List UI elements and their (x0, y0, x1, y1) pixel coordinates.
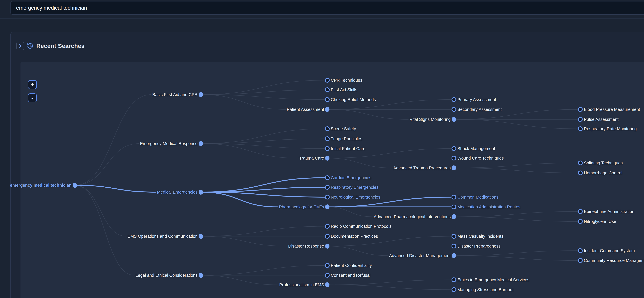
node-circle-fas[interactable] (325, 88, 329, 92)
node-circle-ipc[interactable] (325, 147, 329, 151)
node-dot-adm[interactable] (452, 253, 456, 258)
node-dot-ems[interactable] (198, 234, 203, 239)
node-label-pulse[interactable]: Pulse Assessment (584, 116, 618, 122)
node-dot-dr[interactable] (325, 244, 330, 249)
node-dot-legal[interactable] (198, 273, 203, 278)
node-circle-rrm[interactable] (578, 127, 582, 131)
node-label-nitro[interactable]: Nitroglycerin Use (584, 218, 616, 225)
recent-searches-header: Recent Searches (16, 42, 84, 50)
node-label-root[interactable]: emergency medical technician (10, 182, 72, 188)
node-label-atp[interactable]: Advanced Trauma Procedures (393, 165, 451, 171)
node-label-ems[interactable]: EMS Operations and Communication (128, 233, 198, 239)
node-label-bpm[interactable]: Blood Pressure Measurement (584, 106, 640, 112)
node-label-cardiac[interactable]: Cardiac Emergencies (331, 175, 371, 181)
expand-recent-searches-button[interactable] (16, 42, 24, 50)
node-label-rrm[interactable]: Respiratory Rate Monitoring (584, 126, 637, 132)
node-circle-shock[interactable] (452, 147, 456, 151)
node-dot-atp[interactable] (452, 166, 456, 171)
node-label-vsm[interactable]: Vital Signs Monitoring (410, 116, 451, 122)
node-label-patconf[interactable]: Patient Confidentiality (331, 262, 372, 268)
node-circle-scene[interactable] (325, 127, 329, 131)
node-label-epi[interactable]: Epinephrine Administration (584, 208, 634, 215)
node-label-consent[interactable]: Consent and Refusal (331, 272, 370, 278)
node-circle-triage[interactable] (325, 137, 329, 141)
node-label-pa[interactable]: Patient Assessment (287, 106, 324, 112)
node-label-pharm[interactable]: Pharmacology for EMTs (279, 204, 324, 210)
node-circle-wct[interactable] (452, 156, 456, 160)
node-dot-root[interactable] (72, 183, 77, 188)
node-dot-api[interactable] (452, 214, 456, 219)
node-label-adm[interactable]: Advanced Disaster Management (389, 252, 451, 259)
node-label-commonmed[interactable]: Common Medications (458, 194, 498, 200)
node-circle-prim[interactable] (452, 98, 456, 102)
zoom-in-button[interactable]: + (28, 80, 37, 89)
node-label-resp[interactable]: Respiratory Emergencies (331, 184, 378, 190)
node-circle-comres[interactable] (578, 258, 582, 262)
node-circle-cpr[interactable] (325, 78, 329, 82)
node-dot-bfa[interactable] (198, 92, 203, 97)
node-label-shock[interactable]: Shock Management (458, 145, 495, 152)
node-label-me[interactable]: Medical Emergencies (157, 189, 198, 195)
node-circle-cardiac[interactable] (325, 176, 329, 180)
node-circle-neuro[interactable] (325, 195, 329, 199)
node-label-triage[interactable]: Triage Principles (331, 136, 362, 142)
node-circle-docp[interactable] (325, 234, 329, 238)
node-circle-bpm[interactable] (578, 107, 582, 111)
node-label-emr[interactable]: Emergency Medical Response (140, 140, 198, 147)
node-label-ipc[interactable]: Initial Patient Care (331, 145, 366, 152)
node-dot-vsm[interactable] (452, 117, 456, 122)
zoom-out-button[interactable]: - (28, 93, 37, 102)
node-label-bfa[interactable]: Basic First Aid and CPR (152, 91, 198, 98)
node-circle-mci[interactable] (452, 234, 456, 238)
node-label-dr[interactable]: Disaster Response (288, 243, 324, 249)
node-label-radio[interactable]: Radio Communication Protocols (331, 223, 392, 229)
node-label-scene[interactable]: Scene Safety (331, 126, 356, 132)
node-circle-hemo[interactable] (578, 171, 582, 175)
node-label-fas[interactable]: First Aid Skills (331, 87, 357, 93)
node-label-prim[interactable]: Primary Assessment (458, 96, 496, 103)
node-dot-pharm[interactable] (325, 204, 330, 209)
node-circle-sec[interactable] (452, 107, 456, 111)
node-circle-splint[interactable] (578, 161, 582, 165)
node-circle-stress[interactable] (452, 288, 456, 292)
node-label-mci[interactable]: Mass Casualty Incidents (458, 233, 503, 239)
node-label-sec[interactable]: Secondary Assessment (458, 106, 502, 112)
node-circle-epi[interactable] (578, 210, 582, 214)
node-circle-ics[interactable] (578, 249, 582, 253)
node-dot-prof[interactable] (325, 282, 330, 287)
edge (327, 207, 372, 217)
node-dot-tc[interactable] (325, 156, 330, 161)
node-label-api[interactable]: Advanced Pharmacological Interventions (374, 214, 451, 220)
node-label-docp[interactable]: Documentation Practices (331, 233, 378, 239)
node-dot-pa[interactable] (325, 107, 330, 112)
node-circle-choking[interactable] (325, 98, 329, 102)
node-label-stress[interactable]: Managing Stress and Burnout (458, 286, 514, 293)
node-circle-consent[interactable] (325, 273, 329, 277)
node-label-neuro[interactable]: Neurological Emergencies (331, 194, 380, 200)
node-label-cpr[interactable]: CPR Techniques (331, 77, 362, 83)
node-label-ethics[interactable]: Ethics in Emergency Medical Services (458, 277, 530, 283)
node-label-legal[interactable]: Legal and Ethical Considerations (136, 272, 198, 278)
node-label-medroutes[interactable]: Medication Administration Routes (458, 204, 520, 210)
node-label-prof[interactable]: Professionalism in EMS (279, 282, 324, 288)
node-label-splint[interactable]: Splinting Techniques (584, 160, 623, 166)
node-label-ics[interactable]: Incident Command System (584, 248, 635, 254)
node-dot-emr[interactable] (198, 141, 203, 146)
node-circle-commonmed[interactable] (452, 195, 456, 199)
node-dot-me[interactable] (198, 190, 203, 195)
node-label-dprep[interactable]: Disaster Preparedness (458, 243, 500, 249)
node-circle-ethics[interactable] (452, 278, 456, 282)
node-circle-pulse[interactable] (578, 117, 582, 121)
recent-searches-title: Recent Searches (36, 43, 84, 49)
node-label-tc[interactable]: Trauma Care (299, 155, 324, 161)
node-label-hemo[interactable]: Hemorrhage Control (584, 170, 622, 176)
node-circle-patconf[interactable] (325, 263, 329, 267)
node-label-wct[interactable]: Wound Care Techniques (458, 155, 504, 161)
node-circle-radio[interactable] (325, 224, 329, 228)
node-circle-nitro[interactable] (578, 220, 582, 223)
node-label-comres[interactable]: Community Resource Management (584, 257, 644, 263)
node-circle-resp[interactable] (325, 185, 329, 189)
node-circle-dprep[interactable] (452, 244, 456, 248)
node-circle-medroutes[interactable] (452, 205, 456, 209)
node-label-choking[interactable]: Choking Relief Methods (331, 96, 376, 103)
